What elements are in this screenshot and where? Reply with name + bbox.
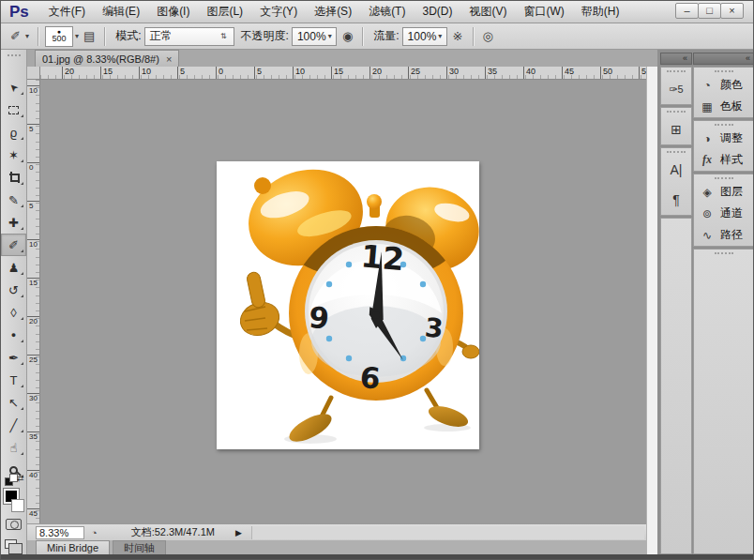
adjustments-panel-label: 调整 bbox=[720, 130, 743, 146]
title-bar: Ps 文件(F) 编辑(E) 图像(I) 图层(L) 文字(Y) 选择(S) 滤… bbox=[1, 1, 754, 23]
healing-brush-tool[interactable]: ✚ bbox=[1, 211, 26, 234]
opacity-select[interactable]: 100% ▾ bbox=[292, 27, 337, 46]
type-tool[interactable]: T bbox=[1, 369, 26, 391]
brush-tool[interactable]: ✐ bbox=[1, 234, 26, 256]
tab-close-icon[interactable]: × bbox=[166, 54, 172, 64]
menu-image[interactable]: 图像(I) bbox=[148, 1, 198, 23]
path-select-tool[interactable]: ↖ bbox=[1, 391, 26, 414]
close-button[interactable]: × bbox=[720, 3, 744, 19]
history-brush-tool[interactable]: ↺ bbox=[1, 279, 26, 301]
document-title: 01.jpg @ 8.33%(RGB/8#) bbox=[42, 53, 159, 65]
styles-panel-button[interactable]: fx 样式 bbox=[694, 149, 754, 171]
flow-label: 流量: bbox=[373, 28, 399, 44]
opacity-label: 不透明度: bbox=[241, 28, 289, 44]
menu-type[interactable]: 文字(Y) bbox=[251, 1, 306, 23]
bottom-panel-tabs: Mini Bridge 时间轴 bbox=[27, 540, 646, 554]
swatches-panel-button[interactable]: ▦ 色板 bbox=[694, 96, 754, 117]
airbrush-icon[interactable]: ※ bbox=[453, 29, 463, 43]
canvas-area[interactable]: 12 3 6 9 bbox=[40, 80, 646, 523]
eyedropper-tool[interactable]: ✎ bbox=[1, 189, 26, 211]
default-colors-icon[interactable] bbox=[5, 474, 18, 486]
clone-source-panel-button[interactable]: ⊞ bbox=[661, 114, 691, 144]
channels-panel-button[interactable]: ⊚ 通道 bbox=[694, 203, 754, 224]
blend-mode-value: 正常 bbox=[150, 28, 219, 44]
panel-grip[interactable] bbox=[715, 252, 733, 255]
alarm-clock-image[interactable]: 12 3 6 9 bbox=[217, 161, 479, 449]
tool-preset-dropdown-icon[interactable]: ▾ bbox=[25, 32, 29, 40]
dock-collapse-button[interactable]: « bbox=[693, 53, 754, 65]
menu-file[interactable]: 文件(F) bbox=[40, 1, 94, 23]
panel-grip[interactable] bbox=[715, 177, 733, 180]
brush-picker-dropdown-icon[interactable]: ▾ bbox=[75, 32, 79, 40]
menu-filter[interactable]: 滤镜(T) bbox=[360, 1, 414, 23]
character-panel-icon: A| bbox=[671, 162, 683, 177]
panel-grip[interactable] bbox=[715, 70, 733, 73]
ruler-mark: 20 bbox=[27, 316, 39, 325]
pressure-opacity-icon[interactable]: ◉ bbox=[342, 29, 353, 43]
move-tool[interactable]: ➤ bbox=[1, 76, 26, 98]
pen-tool[interactable]: ✒ bbox=[1, 346, 26, 369]
menu-3d[interactable]: 3D(D) bbox=[414, 1, 460, 23]
blur-icon: ◊ bbox=[10, 306, 16, 320]
ruler-mark: 5 bbox=[254, 67, 262, 80]
menu-select[interactable]: 选择(S) bbox=[306, 1, 360, 23]
healing-brush-icon: ✚ bbox=[8, 216, 19, 230]
brush-panel-button[interactable]: ✑5 bbox=[661, 74, 691, 104]
tab-mini-bridge[interactable]: Mini Bridge bbox=[36, 540, 110, 554]
blur-tool[interactable]: ◊ bbox=[1, 301, 26, 324]
adjustments-panel-button[interactable]: ◑ 调整 bbox=[694, 128, 754, 149]
brush-preset-picker[interactable]: ●500 bbox=[45, 26, 73, 47]
line-tool[interactable]: ╱ bbox=[1, 414, 26, 436]
menu-help[interactable]: 帮助(H) bbox=[573, 1, 628, 23]
toggle-brush-panel-icon[interactable]: ▤ bbox=[83, 29, 95, 43]
status-expand-icon[interactable]: ▶ bbox=[235, 528, 242, 537]
background-color-swatch[interactable] bbox=[11, 499, 24, 512]
ruler-mark: 5 bbox=[27, 201, 39, 209]
menu-window[interactable]: 窗口(W) bbox=[515, 1, 572, 23]
photoshop-logo: Ps bbox=[9, 3, 29, 22]
panel-grip[interactable] bbox=[667, 111, 686, 114]
document-tab[interactable]: 01.jpg @ 8.33%(RGB/8#) × bbox=[35, 50, 179, 67]
dodge-tool[interactable]: ● bbox=[1, 324, 26, 346]
ruler-mark: 30 bbox=[446, 67, 459, 80]
paths-panel-button[interactable]: ∿ 路径 bbox=[694, 224, 754, 246]
quick-mask-button[interactable] bbox=[6, 519, 22, 530]
minimize-button[interactable]: – bbox=[675, 3, 699, 19]
brush-tool-icon[interactable]: ✐ bbox=[10, 29, 21, 43]
pressure-size-icon[interactable]: ◎ bbox=[483, 29, 493, 43]
panel-group: ◔ 颜色 ▦ 色板 bbox=[693, 67, 754, 118]
toolbar-grip[interactable] bbox=[8, 54, 21, 56]
panel-grip[interactable] bbox=[667, 70, 686, 73]
flow-dropdown-icon: ▾ bbox=[438, 32, 442, 40]
crop-tool[interactable] bbox=[1, 166, 26, 189]
rectangular-marquee-tool[interactable] bbox=[1, 98, 26, 121]
ruler-mark: 45 bbox=[27, 508, 39, 517]
panel-grip[interactable] bbox=[715, 124, 733, 127]
clone-stamp-tool[interactable]: ♟ bbox=[1, 256, 26, 279]
paths-panel-icon: ∿ bbox=[701, 229, 714, 242]
layers-panel-button[interactable]: ◈ 图层 bbox=[694, 181, 754, 203]
blend-mode-select[interactable]: 正常 ⇅ bbox=[144, 27, 234, 46]
color-panel-button[interactable]: ◔ 颜色 bbox=[694, 74, 754, 96]
move-icon: ➤ bbox=[7, 80, 22, 95]
tab-timeline[interactable]: 时间轴 bbox=[113, 540, 166, 554]
vertical-scrollbar[interactable] bbox=[646, 67, 657, 554]
lasso-tool[interactable]: ϱ bbox=[1, 121, 26, 144]
hand-tool[interactable]: ☝ bbox=[1, 436, 26, 459]
character-panel-button[interactable]: A| bbox=[661, 155, 691, 185]
panel-grip[interactable] bbox=[667, 151, 686, 154]
menu-layer[interactable]: 图层(L) bbox=[198, 1, 251, 23]
magic-wand-tool[interactable]: ✶ bbox=[1, 144, 26, 166]
paragraph-panel-button[interactable]: ¶ bbox=[661, 185, 691, 215]
zoom-level-input[interactable]: 8.33% bbox=[36, 526, 84, 539]
dock-collapse-button[interactable]: « bbox=[660, 53, 692, 65]
flow-select[interactable]: 100% ▾ bbox=[402, 27, 447, 46]
blend-mode-arrows-icon: ⇅ bbox=[220, 32, 227, 40]
maximize-button[interactable]: □ bbox=[698, 3, 721, 19]
swap-colors-icon[interactable]: ⇄ bbox=[17, 474, 24, 483]
menu-view[interactable]: 视图(V) bbox=[460, 1, 515, 23]
menu-edit[interactable]: 编辑(E) bbox=[94, 1, 148, 23]
styles-panel-label: 样式 bbox=[720, 152, 743, 168]
screen-mode-button[interactable] bbox=[5, 539, 17, 549]
horizontal-ruler: 20 15 10 5 0 5 10 15 20 25 30 35 40 45 5… bbox=[40, 67, 646, 80]
